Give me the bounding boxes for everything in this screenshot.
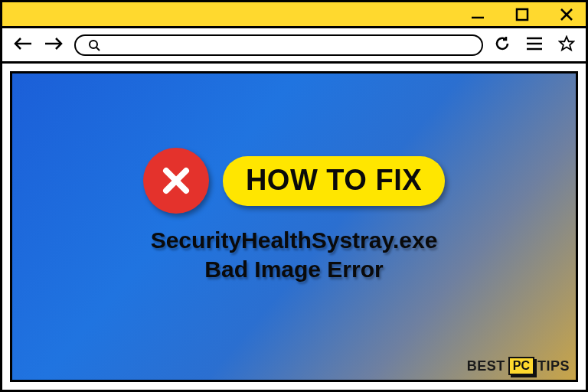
back-button[interactable] [13,36,33,54]
error-x-icon [158,163,194,198]
star-icon [558,35,575,52]
minimize-icon [470,7,485,22]
arrow-right-icon [44,36,64,51]
watermark-right: TIPS [537,358,570,374]
content-area: HOW TO FIX SecurityHealthSystray.exe Bad… [2,64,586,390]
arrow-left-icon [13,36,33,51]
svg-line-7 [96,47,100,51]
refresh-button[interactable] [494,35,511,55]
hero-row: HOW TO FIX [143,148,445,214]
favorite-button[interactable] [558,35,575,55]
watermark-mid: PC [508,357,534,375]
address-bar[interactable] [74,34,483,56]
hamburger-icon [526,37,543,51]
forward-button[interactable] [44,36,64,54]
maximize-button[interactable] [514,6,531,23]
search-input[interactable] [106,39,469,51]
hero-panel: HOW TO FIX SecurityHealthSystray.exe Bad… [10,71,578,382]
headline-text: HOW TO FIX [246,164,422,196]
maximize-icon [514,7,530,22]
refresh-icon [494,35,511,52]
nav-arrows [13,36,64,54]
menu-button[interactable] [526,37,543,54]
watermark-left: BEST [467,358,505,374]
error-badge [143,148,209,214]
subtitle-line-2: Bad Image Error [204,256,383,283]
close-icon [559,7,574,22]
close-button[interactable] [558,6,575,23]
svg-marker-11 [560,36,573,49]
svg-point-6 [90,41,97,48]
headline-pill: HOW TO FIX [223,156,445,206]
svg-rect-1 [517,9,528,20]
minimize-button[interactable] [469,6,486,23]
watermark-logo: BEST PC TIPS [467,357,570,375]
titlebar [2,2,586,28]
toolbar-right [494,35,575,55]
browser-window: HOW TO FIX SecurityHealthSystray.exe Bad… [0,0,588,392]
toolbar [2,28,586,64]
search-icon [88,39,100,51]
subtitle-line-1: SecurityHealthSystray.exe [151,227,438,253]
